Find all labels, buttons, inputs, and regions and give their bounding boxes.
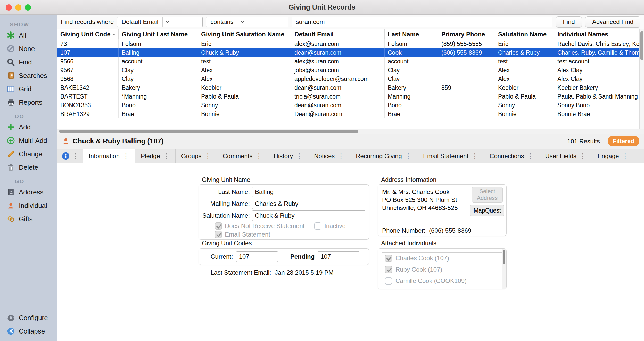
tab-information[interactable]: Information⋮ (83, 149, 135, 163)
column-header-giving-unit-last-name[interactable]: Giving Unit Last Name (119, 29, 198, 39)
tab-menu-dots-icon[interactable]: ⋮ (163, 152, 170, 160)
sidebar-item-none[interactable]: None (0, 42, 57, 55)
address-line: Mr. & Mrs. Charles Cook (382, 188, 458, 196)
table-cell: Eric (495, 39, 554, 48)
attached-individual-item[interactable]: Ruby Cook (107) (382, 264, 502, 275)
sidebar-item-delete[interactable]: Delete (0, 161, 57, 174)
tab-menu-dots-icon[interactable]: ⋮ (256, 152, 262, 160)
last-name-field[interactable] (252, 187, 365, 197)
minimize-window-icon[interactable] (15, 4, 21, 11)
attached-individuals-scrollbar-thumb[interactable] (503, 250, 505, 264)
zoom-window-icon[interactable] (25, 4, 31, 11)
email-statement-checkbox[interactable] (215, 231, 222, 238)
tab-connections[interactable]: Connections⋮ (484, 149, 539, 163)
advanced-find-button[interactable]: Advanced Find (585, 16, 640, 28)
sidebar-item-label: Individual (19, 202, 47, 210)
tab-menu-dots-icon[interactable]: ⋮ (405, 152, 411, 160)
sidebar-item-multi-add[interactable]: Multi-Add (0, 134, 57, 147)
table-row[interactable]: 9568ClayAlexappledeveloper@suran.comClay… (57, 75, 639, 83)
individual-checkbox[interactable] (385, 255, 392, 262)
operator-select[interactable]: contains (206, 17, 288, 27)
close-window-icon[interactable] (6, 4, 12, 11)
table-row[interactable]: BONO1353BonoSonnydean@suran.comBonoSonny… (57, 101, 639, 110)
tab-menu-dots-icon[interactable]: ⋮ (622, 152, 629, 160)
current-code-field[interactable] (236, 251, 278, 262)
table-horizontal-scrollbar[interactable] (57, 129, 644, 134)
sidebar-item-address[interactable]: Address (0, 185, 57, 199)
tab-pledge[interactable]: Pledge⋮ (135, 149, 176, 163)
horizontal-scrollbar-thumb[interactable] (59, 130, 358, 133)
giving-unit-codes-section-title: Giving Unit Codes (202, 240, 252, 247)
sidebar-item-collapse[interactable]: Collapse (0, 324, 57, 338)
tab-email-statement[interactable]: Email Statement⋮ (417, 149, 484, 163)
vertical-scrollbar-thumb[interactable] (640, 31, 643, 60)
tab-notices[interactable]: Notices⋮ (308, 149, 350, 163)
table-cell: dean@suran.com (291, 101, 385, 110)
tab-comments[interactable]: Comments⋮ (217, 149, 268, 163)
tab-label: History (274, 152, 293, 160)
tab-recurring-giving[interactable]: Recurring Giving⋮ (350, 149, 417, 163)
tab-menu-dots-icon[interactable]: ⋮ (527, 152, 533, 160)
table-cell: Charles & Ruby (495, 48, 554, 57)
tab-user-fields[interactable]: User Fields⋮ (539, 149, 592, 163)
column-header-individual-names[interactable]: Individual Names (554, 29, 639, 39)
sidebar-item-add[interactable]: Add (0, 120, 57, 134)
tab-menu-dots-icon[interactable]: ⋮ (296, 152, 302, 160)
sidebar-item-change[interactable]: Change (0, 147, 57, 161)
mailing-name-field[interactable] (252, 199, 365, 209)
table-row[interactable]: 9567ClayAlexjobs@suran.comClayAlexAlex C… (57, 66, 639, 75)
column-header-giving-unit-code[interactable]: Giving Unit Code (57, 29, 119, 39)
tab-groups[interactable]: Groups⋮ (176, 149, 217, 163)
column-header-giving-unit-salutation-name[interactable]: Giving Unit Salutation Name (198, 29, 291, 39)
table-row[interactable]: BARTEST*ManningPablo & Paulatricia@suran… (57, 92, 639, 101)
tab-menu-dots-icon[interactable]: ⋮ (580, 152, 586, 160)
table-row[interactable]: 107BallingChuck & Rubydean@suran.comCook… (57, 48, 639, 57)
salutation-name-field[interactable] (252, 210, 365, 221)
attached-individual-item[interactable]: Charles Cook (107) (382, 253, 502, 264)
find-button[interactable]: Find (556, 16, 582, 28)
current-code-label: Current: (211, 253, 233, 260)
sidebar-item-find[interactable]: Find (0, 55, 57, 69)
filtered-badge[interactable]: Filtered (608, 136, 639, 146)
select-address-button[interactable]: Select Address (472, 187, 503, 203)
table-row[interactable]: 9566accounttestalex@suran.comaccounttest… (57, 57, 639, 66)
sidebar-item-gifts[interactable]: Gifts (0, 212, 57, 226)
sidebar-item-individual[interactable]: Individual (0, 199, 57, 212)
tab-menu-dots-icon[interactable]: ⋮ (205, 152, 211, 160)
table-row[interactable]: 73FolsomEricalex@suran.comFolsom(859) 55… (57, 39, 639, 48)
tab-menu-dots-icon[interactable]: ⋮ (123, 152, 129, 160)
column-header-salutation-name[interactable]: Salutation Name (495, 29, 554, 39)
sidebar-item-grid[interactable]: Grid (0, 82, 57, 96)
search-input[interactable] (292, 17, 552, 27)
tab-menu-dots-icon[interactable]: ⋮ (338, 152, 344, 160)
tab-history[interactable]: History⋮ (268, 149, 309, 163)
individual-checkbox[interactable] (385, 277, 392, 285)
column-header-last-name[interactable]: Last Name (385, 29, 438, 39)
gear-icon (7, 314, 15, 322)
tab-menu-dots-icon[interactable]: ⋮ (72, 152, 79, 160)
table-row[interactable]: BAKE1342BakeryKeeblerdean@suran.comBaker… (57, 83, 639, 92)
mapquest-button[interactable]: MapQuest (470, 205, 504, 216)
sidebar-item-configure[interactable]: Configure (0, 311, 57, 324)
column-header-default-email[interactable]: Default Email (291, 29, 385, 39)
does-not-receive-statement-label: Does Not Receive Statement (225, 222, 304, 230)
field-select[interactable]: Default Email (117, 17, 203, 27)
pending-code-field[interactable] (318, 251, 359, 262)
table-vertical-scrollbar[interactable] (639, 29, 644, 129)
info-icon (61, 152, 70, 160)
attached-individual-item[interactable]: Camille Cook (COOK109) (382, 275, 502, 285)
individual-checkbox[interactable] (385, 266, 392, 273)
record-info-button[interactable]: ⋮ (57, 149, 83, 163)
inactive-checkbox[interactable] (314, 222, 321, 230)
table-row[interactable]: BRAE1329BraeBonnieDean@suran.comBraeBonn… (57, 110, 639, 118)
tab-menu-dots-icon[interactable]: ⋮ (472, 152, 478, 160)
does-not-receive-statement-checkbox[interactable] (215, 222, 222, 230)
sidebar-item-all[interactable]: All (0, 29, 57, 42)
sidebar-item-searches[interactable]: Searches (0, 69, 57, 82)
column-header-primary-phone[interactable]: Primary Phone (438, 29, 495, 39)
tab-engage[interactable]: Engage⋮ (592, 149, 634, 163)
column-header-label: Salutation Name (498, 31, 547, 38)
sidebar-item-reports[interactable]: Reports (0, 96, 57, 109)
attached-individuals-scrollbar[interactable] (502, 249, 506, 289)
attached-individuals-list: Charles Cook (107)Ruby Cook (107)Camille… (382, 252, 503, 285)
